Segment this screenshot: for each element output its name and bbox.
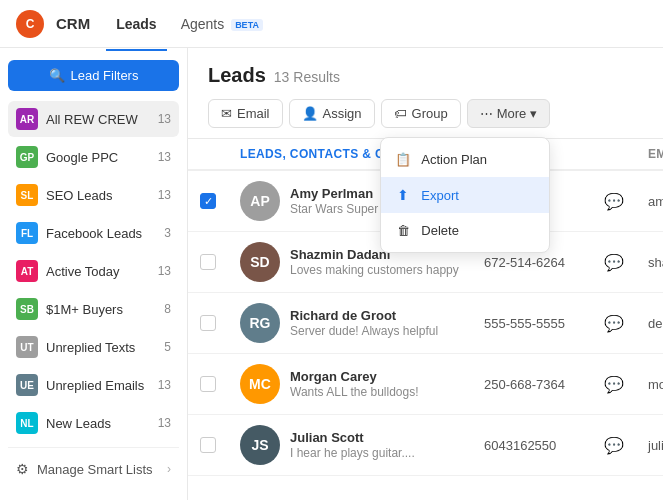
manage-smart-lists[interactable]: ⚙ Manage Smart Lists › (8, 454, 179, 484)
row-checkbox-cell (188, 170, 228, 232)
sidebar-avatar: NL (16, 412, 38, 434)
avatar: SD (240, 242, 280, 282)
msg-cell: 💬 (592, 354, 636, 415)
dropdown-export[interactable]: ⬆ Export (381, 177, 549, 213)
chevron-right-icon: › (167, 462, 171, 476)
email-button[interactable]: ✉ Email (208, 99, 283, 128)
contact-info: Richard de Groot Server dude! Always hel… (290, 308, 438, 338)
table-row[interactable]: RG Richard de Groot Server dude! Always … (188, 293, 663, 354)
contact-cell: RG Richard de Groot Server dude! Always … (228, 293, 472, 354)
sidebar-item-label: $1M+ Buyers (46, 302, 164, 317)
action-plan-label: Action Plan (421, 152, 487, 167)
chevron-down-icon: ▾ (530, 106, 537, 121)
email-icon: ✉ (221, 106, 232, 121)
contact-cell: JS Julian Scott I hear he plays guitar..… (228, 415, 472, 476)
row-checkbox[interactable] (200, 376, 216, 392)
sidebar-item-label: Facebook Leads (46, 226, 164, 241)
sidebar-item-unreplied-texts[interactable]: UT Unreplied Texts 5 (8, 329, 179, 365)
more-dropdown-menu: 📋 Action Plan ⬆ Export 🗑 Delete (380, 137, 550, 253)
sidebar-item-label: New Leads (46, 416, 158, 431)
sidebar: 🔍 Lead Filters AR All REW CREW 13 GP Goo… (0, 48, 188, 500)
avatar: MC (240, 364, 280, 404)
message-icon[interactable]: 💬 (604, 254, 624, 271)
export-icon: ⬆ (395, 187, 411, 203)
contact-name: Julian Scott (290, 430, 415, 445)
sidebar-item-label: SEO Leads (46, 188, 158, 203)
table-row[interactable]: JS Julian Scott I hear he plays guitar..… (188, 415, 663, 476)
row-checkbox[interactable] (200, 437, 216, 453)
message-icon[interactable]: 💬 (604, 193, 624, 210)
sidebar-item-label: Unreplied Emails (46, 378, 158, 393)
row-checkbox[interactable] (200, 315, 216, 331)
sidebar-item-all-rew-crew[interactable]: AR All REW CREW 13 (8, 101, 179, 137)
dropdown-delete[interactable]: 🗑 Delete (381, 213, 549, 248)
contact-info: Morgan Carey Wants ALL the bulldogs! (290, 369, 419, 399)
main-content: Leads 13 Results ✉ Email 👤 Assign 🏷 Grou… (188, 48, 663, 500)
msg-cell: 💬 (592, 415, 636, 476)
sidebar-item-unreplied-emails[interactable]: UE Unreplied Emails 13 (8, 367, 179, 403)
nav-agents[interactable]: Agents BETA (171, 10, 273, 38)
group-label: Group (412, 106, 448, 121)
col-email: Email (636, 139, 663, 170)
sidebar-item-count: 13 (158, 378, 171, 392)
lead-filters-button[interactable]: 🔍 Lead Filters (8, 60, 179, 91)
ellipsis-icon: ⋯ (480, 106, 493, 121)
row-checkbox[interactable] (200, 193, 216, 209)
message-icon[interactable]: 💬 (604, 437, 624, 454)
email-cell: amy@re... (636, 170, 663, 232)
msg-cell: 💬 (592, 170, 636, 232)
contact-name: Richard de Groot (290, 308, 438, 323)
contact-desc: Loves making customers happy (290, 263, 459, 277)
manage-label: Manage Smart Lists (37, 462, 153, 477)
app-layout: 🔍 Lead Filters AR All REW CREW 13 GP Goo… (0, 48, 663, 500)
nav-items: Leads Agents BETA (106, 10, 273, 38)
contact-cell: MC Morgan Carey Wants ALL the bulldogs! (228, 354, 472, 415)
row-checkbox-cell (188, 415, 228, 476)
email-cell: degroot... (636, 293, 663, 354)
more-button[interactable]: ⋯ More ▾ (467, 99, 551, 128)
sidebar-item-active-today[interactable]: AT Active Today 13 (8, 253, 179, 289)
sidebar-avatar: SL (16, 184, 38, 206)
message-icon[interactable]: 💬 (604, 315, 624, 332)
assign-label: Assign (323, 106, 362, 121)
dropdown-action-plan[interactable]: 📋 Action Plan (381, 142, 549, 177)
brand-name: CRM (56, 15, 90, 32)
sidebar-avatar: SB (16, 298, 38, 320)
more-label: More (497, 106, 527, 121)
sidebar-item-label: Google PPC (46, 150, 158, 165)
delete-label: Delete (421, 223, 459, 238)
action-plan-icon: 📋 (395, 152, 411, 167)
phone-cell: 6043162550 (472, 415, 592, 476)
sidebar-item-seo-leads[interactable]: SL SEO Leads 13 (8, 177, 179, 213)
sidebar-item-sim-buyers[interactable]: SB $1M+ Buyers 8 (8, 291, 179, 327)
msg-cell: 💬 (592, 232, 636, 293)
contact-desc: I hear he plays guitar.... (290, 446, 415, 460)
sidebar-item-facebook-leads[interactable]: FL Facebook Leads 3 (8, 215, 179, 251)
sidebar-item-new-leads[interactable]: NL New Leads 13 (8, 405, 179, 441)
avatar: RG (240, 303, 280, 343)
sidebar-item-label: Active Today (46, 264, 158, 279)
main-header: Leads 13 Results ✉ Email 👤 Assign 🏷 Grou… (188, 48, 663, 139)
search-icon: 🔍 (49, 68, 65, 83)
row-checkbox-cell (188, 354, 228, 415)
table-row[interactable]: MC Morgan Carey Wants ALL the bulldogs! … (188, 354, 663, 415)
sidebar-item-count: 13 (158, 188, 171, 202)
email-cell: morgan... (636, 354, 663, 415)
top-nav: C CRM Leads Agents BETA (0, 0, 663, 48)
row-checkbox-cell (188, 293, 228, 354)
assign-button[interactable]: 👤 Assign (289, 99, 375, 128)
sidebar-item-google-ppc[interactable]: GP Google PPC 13 (8, 139, 179, 175)
results-count: 13 Results (274, 69, 340, 85)
avatar: AP (240, 181, 280, 221)
assign-icon: 👤 (302, 106, 318, 121)
group-button[interactable]: 🏷 Group (381, 99, 461, 128)
row-checkbox[interactable] (200, 254, 216, 270)
nav-leads[interactable]: Leads (106, 10, 166, 38)
app-logo: C (16, 10, 44, 38)
sidebar-avatar: AT (16, 260, 38, 282)
contact-desc: Server dude! Always helpful (290, 324, 438, 338)
sidebar-item-count: 13 (158, 150, 171, 164)
col-checkbox (188, 139, 228, 170)
gear-icon: ⚙ (16, 461, 29, 477)
message-icon[interactable]: 💬 (604, 376, 624, 393)
